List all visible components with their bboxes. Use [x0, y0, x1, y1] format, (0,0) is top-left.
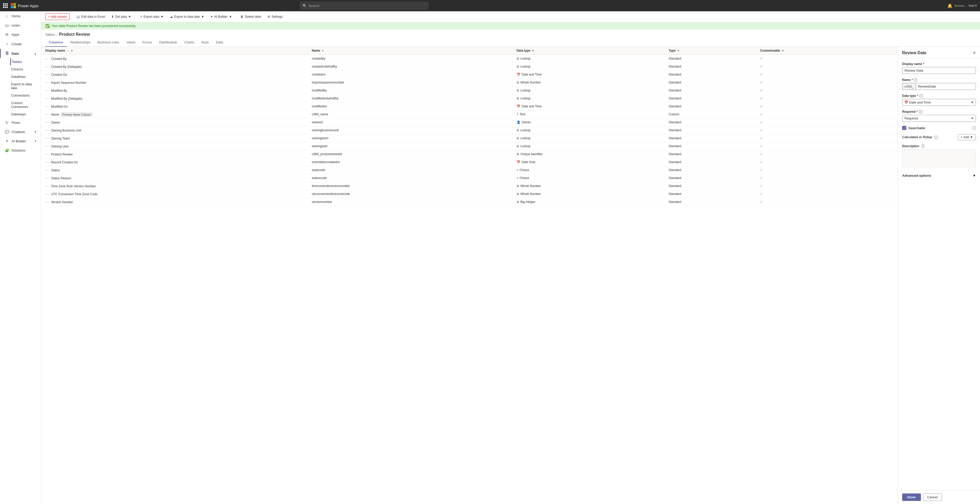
- sidebar-item-data[interactable]: 🗄 Data ▲: [0, 49, 41, 58]
- export-data-lake-button[interactable]: ☁ Export to data lake ▼: [168, 14, 206, 20]
- display-name-text: Import Sequence Number: [51, 81, 86, 84]
- sidebar-item-export-data-lake[interactable]: Export to data lake: [10, 80, 41, 92]
- tabs-bar: Columns Relationships Business rules Vie…: [41, 38, 980, 47]
- delete-table-button[interactable]: 🗑 Delete table: [239, 14, 263, 20]
- display-name-field-group: Display name *: [902, 62, 976, 74]
- sidebar-item-dataflows[interactable]: Dataflows: [10, 73, 41, 80]
- panel-title: Review Date: [902, 51, 926, 55]
- sidebar-item-create[interactable]: ＋ Create: [0, 39, 41, 49]
- search-input[interactable]: [309, 4, 425, 8]
- tab-keys[interactable]: Keys: [198, 38, 212, 47]
- sidebar-item-chatbots[interactable]: 💬 Chatbots ▼: [0, 127, 41, 137]
- table-row: ···Import Sequence Numberimportsequencen…: [41, 79, 898, 87]
- sidebar-item-ai-builder[interactable]: ✦ AI Builder ▼: [0, 137, 41, 146]
- calc-rollup-info-icon[interactable]: i: [934, 136, 938, 139]
- panel-close-button[interactable]: ✕: [972, 50, 976, 55]
- name-info-icon[interactable]: i: [914, 78, 917, 82]
- row-context-menu-button[interactable]: ···: [45, 104, 49, 108]
- advanced-options-row[interactable]: Advanced options ▼: [902, 172, 976, 179]
- filter-icon[interactable]: ▼: [532, 49, 534, 52]
- data-type-text: Lookup: [520, 89, 530, 92]
- sort-icon[interactable]: ↑↓: [67, 49, 69, 52]
- breadcrumb-parent[interactable]: Tables: [45, 33, 55, 37]
- cell-name: modifiedon: [308, 102, 512, 110]
- display-name-input[interactable]: [902, 67, 976, 74]
- row-context-menu-button[interactable]: ···: [45, 168, 49, 172]
- done-button[interactable]: Done: [902, 493, 921, 501]
- export-data-button[interactable]: ↗ Export data ▼: [138, 14, 166, 20]
- cell-data-type: ⊞Big Integer: [512, 198, 665, 206]
- sidebar-item-learn[interactable]: 📖 Learn: [0, 21, 41, 30]
- tab-data[interactable]: Data: [212, 38, 227, 47]
- row-context-menu-button[interactable]: ···: [45, 128, 49, 132]
- tab-dashboards[interactable]: Dashboards: [156, 38, 181, 47]
- dropdown-arrow-icon: ▼: [128, 15, 131, 19]
- sidebar-item-flows[interactable]: ↻ Flows: [0, 118, 41, 127]
- notification-icon[interactable]: 🔔: [947, 3, 953, 8]
- hamburger-menu-icon[interactable]: [3, 3, 8, 8]
- searchable-checkbox[interactable]: [902, 126, 906, 130]
- home-icon: ⌂: [5, 14, 9, 18]
- searchable-info-icon[interactable]: i: [972, 126, 976, 130]
- row-context-menu-button[interactable]: ···: [45, 65, 49, 68]
- row-context-menu-button[interactable]: ···: [45, 72, 49, 76]
- row-context-menu-button[interactable]: ···: [45, 112, 49, 116]
- settings-button[interactable]: ⚙ Settings: [266, 14, 285, 20]
- tab-charts[interactable]: Charts: [181, 38, 198, 47]
- sidebar-item-tables[interactable]: Tables: [10, 58, 41, 65]
- required-info-icon[interactable]: i: [919, 110, 923, 113]
- row-context-menu-button[interactable]: ···: [45, 160, 49, 164]
- sidebar-item-connections[interactable]: Connections: [10, 92, 41, 99]
- tab-forms[interactable]: Forms: [139, 38, 156, 47]
- filter-icon[interactable]: ▼: [677, 49, 679, 52]
- row-context-menu-button[interactable]: ···: [45, 96, 49, 100]
- sidebar-item-home[interactable]: ⌂ Home: [0, 11, 41, 21]
- cancel-button[interactable]: Cancel: [923, 493, 942, 501]
- name-suffix-input[interactable]: [916, 83, 976, 90]
- cell-type: Standard: [665, 142, 756, 150]
- row-context-menu-button[interactable]: ···: [45, 120, 49, 124]
- data-submenu: Tables Choices Dataflows Export to data …: [0, 58, 41, 118]
- sidebar-item-choices[interactable]: Choices: [10, 65, 41, 73]
- tab-columns[interactable]: Columns: [45, 38, 67, 47]
- filter-icon[interactable]: ▼: [781, 49, 784, 52]
- filter-icon[interactable]: ▼: [71, 49, 73, 52]
- get-data-button[interactable]: ⬇ Get data ▼: [109, 14, 133, 20]
- sidebar-item-solutions[interactable]: 🧩 Solutions: [0, 146, 41, 155]
- row-context-menu-button[interactable]: ···: [45, 200, 49, 204]
- tab-business-rules[interactable]: Business rules: [94, 38, 123, 47]
- required-select[interactable]: Required Optional Not applicable: [902, 115, 976, 122]
- data-type-text: Lookup: [520, 137, 530, 140]
- row-context-menu-button[interactable]: ···: [45, 136, 49, 140]
- filter-icon[interactable]: ▼: [321, 49, 324, 52]
- sidebar-item-custom-connectors[interactable]: Custom Connectors: [10, 99, 41, 110]
- row-context-menu-button[interactable]: ···: [45, 184, 49, 188]
- row-context-menu-button[interactable]: ···: [45, 144, 49, 148]
- cell-data-type: 📅Date Only: [512, 158, 665, 166]
- sidebar-item-gateways[interactable]: Gateways: [10, 110, 41, 118]
- tab-views[interactable]: Views: [123, 38, 139, 47]
- row-context-menu-button[interactable]: ···: [45, 57, 49, 60]
- description-textarea[interactable]: [902, 149, 976, 167]
- search-bar[interactable]: 🔍: [300, 2, 428, 10]
- tab-relationships[interactable]: Relationships: [67, 38, 94, 47]
- sidebar-item-apps[interactable]: ⊞ Apps: [0, 30, 41, 39]
- data-type-icon: ⊞: [517, 81, 519, 84]
- row-context-menu-button[interactable]: ···: [45, 80, 49, 84]
- edit-data-excel-button[interactable]: 📊 Edit data in Excel: [74, 14, 107, 20]
- row-context-menu-button[interactable]: ···: [45, 192, 49, 196]
- add-calc-rollup-button[interactable]: + + Add Add ▼: [958, 134, 976, 140]
- name-field-group: Name * i crfb6_: [902, 78, 976, 90]
- sidebar-item-label: Learn: [11, 23, 20, 27]
- customizable-check-icon: ✓: [760, 113, 763, 116]
- excel-icon: 📊: [76, 15, 80, 19]
- row-context-menu-button[interactable]: ···: [45, 88, 49, 92]
- ai-builder-button[interactable]: ✦ AI Builder ▼: [208, 14, 234, 20]
- row-context-menu-button[interactable]: ···: [45, 176, 49, 180]
- chevron-up-icon: ▲: [34, 52, 37, 55]
- data-type-select[interactable]: Date and Time Date Only Text Whole Numbe…: [902, 99, 976, 106]
- add-column-button[interactable]: + Add column: [45, 13, 70, 20]
- row-context-menu-button[interactable]: ···: [45, 152, 49, 156]
- data-type-info-icon[interactable]: i: [920, 94, 923, 98]
- description-info-icon[interactable]: i: [921, 145, 925, 148]
